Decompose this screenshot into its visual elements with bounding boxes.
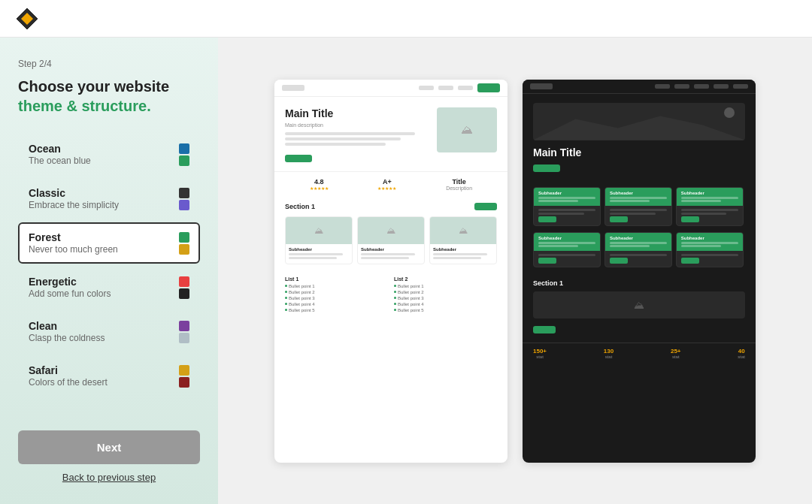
sidebar-title: Choose your website theme & structure. xyxy=(18,77,200,116)
lp-section1: Section 1 ⛰ Subheader xyxy=(274,197,508,270)
lp-hero: Main Title Main description ⛰ xyxy=(274,97,508,171)
lp-logo xyxy=(282,85,304,91)
dark-preview: Main Title Subheader xyxy=(523,80,756,463)
lp-hero-image: ⛰ xyxy=(437,107,497,152)
lp-nav xyxy=(419,83,500,92)
next-button[interactable]: Next xyxy=(18,430,200,464)
theme-list: OceanThe ocean blueClassicEmbrace the si… xyxy=(18,134,200,415)
theme-item-ocean[interactable]: OceanThe ocean blue xyxy=(18,134,200,175)
top-bar xyxy=(0,0,812,38)
theme-item-classic[interactable]: ClassicEmbrace the simplicity xyxy=(18,178,200,219)
logo-icon xyxy=(15,7,39,31)
lp-lists: List 1 Bullet point 1 Bullet point 2 Bul… xyxy=(274,270,508,320)
lp-header xyxy=(274,80,508,97)
theme-item-energetic[interactable]: EnergeticAdd some fun colors xyxy=(18,267,200,308)
theme-item-clean[interactable]: CleanClasp the coldness xyxy=(18,311,200,352)
preview-area: Main Title Main description ⛰ 4.8 ★★★★ xyxy=(218,38,812,504)
lp-stats: 4.8 ★★★★★ A+ ★★★★★ Title Description xyxy=(274,171,508,197)
step-label: Step 2/4 xyxy=(18,59,200,69)
dp-header xyxy=(523,80,756,94)
back-link[interactable]: Back to previous step xyxy=(18,472,200,483)
main-content: Step 2/4 Choose your website theme & str… xyxy=(0,38,812,504)
dp-cards-row2: Subheader Subheader xyxy=(523,232,756,273)
dp-cards-row1: Subheader Subheader xyxy=(523,187,756,232)
dp-hero: Main Title xyxy=(523,94,756,187)
theme-item-safari[interactable]: SafariColors of the desert xyxy=(18,355,200,397)
sidebar: Step 2/4 Choose your website theme & str… xyxy=(0,38,218,504)
theme-item-forest[interactable]: ForestNever too much green xyxy=(18,222,200,264)
lp-hero-title: Main Title xyxy=(285,107,429,119)
dp-section1: Section 1 ⛰ xyxy=(523,273,756,343)
dp-footer: 150+ stat 130 stat 25+ stat 40 stat xyxy=(523,343,756,364)
light-preview: Main Title Main description ⛰ 4.8 ★★★★ xyxy=(274,80,508,463)
lp-hero-sub: Main description xyxy=(285,122,429,128)
